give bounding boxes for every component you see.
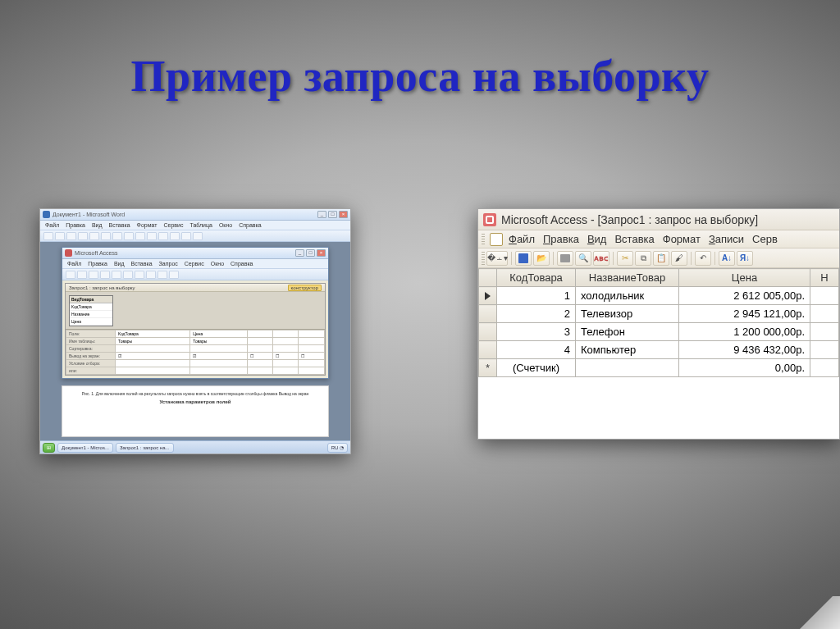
menu-item[interactable]: Сервис: [163, 222, 183, 228]
menu-item[interactable]: Запрос: [159, 261, 178, 267]
grid-cell[interactable]: Товары: [190, 338, 247, 345]
grid-cell[interactable]: [116, 345, 190, 353]
table-row[interactable]: 2 Телевизор 2 945 121,00р.: [479, 305, 839, 323]
menu-item[interactable]: Справка: [231, 261, 253, 267]
cell-extra[interactable]: [810, 287, 839, 305]
grid-cell[interactable]: [190, 367, 247, 375]
grid-cell[interactable]: [247, 345, 272, 353]
grid-cell[interactable]: [273, 338, 299, 345]
paste-button[interactable]: 📋: [653, 251, 669, 266]
grid-cell[interactable]: [273, 330, 299, 338]
cell-name[interactable]: Телевизор: [576, 305, 679, 323]
grid-cell[interactable]: ☑: [190, 353, 247, 360]
grid-cell[interactable]: ☐: [299, 353, 325, 360]
close-button[interactable]: ×: [339, 211, 348, 218]
toolbar-button[interactable]: [55, 232, 65, 240]
save-button[interactable]: [515, 251, 532, 266]
row-selector[interactable]: [479, 305, 497, 323]
column-header-price[interactable]: Цена: [679, 269, 810, 287]
toolbar-button[interactable]: [193, 232, 203, 240]
toolbar-button[interactable]: [146, 271, 156, 279]
grid-cell[interactable]: [299, 360, 325, 367]
cell-name[interactable]: Компьютер: [576, 341, 679, 359]
grid-cell[interactable]: [190, 345, 247, 353]
column-header-name[interactable]: НазваниеТовар: [576, 269, 679, 287]
row-selector[interactable]: [479, 341, 497, 359]
taskbar-item[interactable]: Запрос1 : запрос на...: [116, 443, 174, 453]
cell-extra[interactable]: [810, 341, 839, 359]
toolbar-button[interactable]: [78, 232, 88, 240]
sort-asc-button[interactable]: A↓: [719, 251, 735, 266]
table-row[interactable]: 4 Компьютер 9 436 432,00р.: [479, 341, 839, 359]
menu-edit[interactable]: Правка: [541, 233, 582, 245]
format-painter-button[interactable]: 🖌: [671, 251, 687, 266]
column-header-extra[interactable]: Н: [810, 269, 839, 287]
menu-item[interactable]: Вставка: [131, 261, 153, 267]
spellcheck-button[interactable]: ᴀʙᴄ: [593, 251, 609, 266]
cell-id[interactable]: 3: [497, 323, 576, 341]
grid-cell[interactable]: [299, 367, 325, 375]
grid-cell[interactable]: [273, 345, 299, 353]
grid-cell[interactable]: ☐: [273, 353, 299, 360]
table-row[interactable]: 1 холодильник 2 612 005,00р.: [479, 287, 839, 305]
cell-name[interactable]: [576, 359, 679, 377]
datasheet-table[interactable]: КодТовара НазваниеТовар Цена Н 1 холодил…: [478, 268, 839, 377]
cut-button[interactable]: ✂: [617, 251, 633, 266]
grid-cell[interactable]: [190, 360, 247, 367]
toolbar-button[interactable]: [158, 232, 168, 240]
cell-price[interactable]: 9 436 432,00р.: [679, 341, 810, 359]
table-new-row[interactable]: * (Счетчик) 0,00р.: [479, 359, 839, 377]
grid-cell[interactable]: [299, 345, 325, 353]
minimize-button[interactable]: _: [295, 249, 304, 257]
toolbar-button[interactable]: [170, 232, 180, 240]
maximize-button[interactable]: □: [328, 211, 337, 218]
view-button[interactable]: �⫠▾: [486, 251, 508, 266]
toolbar-button[interactable]: [135, 271, 144, 279]
toolbar-button[interactable]: [158, 271, 167, 279]
toolbar-button[interactable]: [77, 271, 87, 279]
toolbar-button[interactable]: [89, 271, 98, 279]
toolbar-button[interactable]: [112, 232, 122, 240]
menu-item[interactable]: Окно: [219, 222, 232, 228]
cell-extra[interactable]: [810, 305, 839, 323]
table-field[interactable]: Название: [70, 311, 112, 318]
menu-item[interactable]: Вид: [92, 222, 103, 228]
toolbar-button[interactable]: [66, 271, 75, 279]
table-row[interactable]: 3 Телефон 1 200 000,00р.: [479, 323, 839, 341]
minimize-button[interactable]: _: [317, 211, 326, 218]
grid-cell[interactable]: [247, 360, 272, 367]
toolbar-button[interactable]: [123, 271, 133, 279]
toolbar-button[interactable]: [147, 232, 157, 240]
close-button[interactable]: ×: [317, 249, 326, 257]
query-grid[interactable]: Поле: КодТовара Цена Имя таблицы: Товары…: [66, 330, 325, 375]
taskbar-item[interactable]: Документ1 - Micros...: [57, 443, 113, 453]
grid-cell[interactable]: [299, 338, 325, 345]
menu-item[interactable]: Правка: [88, 261, 107, 267]
table-field[interactable]: КодТовара: [70, 303, 112, 311]
print-button[interactable]: [557, 251, 573, 266]
toolbar-button[interactable]: [43, 232, 53, 240]
file-icon[interactable]: [490, 233, 503, 246]
row-selector[interactable]: [479, 287, 497, 305]
sort-desc-button[interactable]: Я↓: [737, 251, 753, 266]
cell-id[interactable]: 4: [497, 341, 576, 359]
copy-button[interactable]: ⧉: [635, 251, 651, 266]
menu-item[interactable]: Окно: [211, 261, 224, 267]
cell-extra[interactable]: [810, 359, 839, 377]
toolbar-button[interactable]: [169, 271, 179, 279]
menu-item[interactable]: Вид: [114, 261, 125, 267]
cell-id[interactable]: 1: [497, 287, 576, 305]
preview-button[interactable]: 🔍: [575, 251, 591, 266]
menu-item[interactable]: Правка: [66, 222, 85, 228]
maximize-button[interactable]: □: [306, 249, 315, 257]
cell-price[interactable]: 2 945 121,00р.: [679, 305, 810, 323]
menu-item[interactable]: Таблица: [189, 222, 212, 228]
cell-id[interactable]: 2: [497, 305, 576, 323]
row-selector[interactable]: [479, 323, 497, 341]
grid-cell[interactable]: Товары: [116, 338, 190, 345]
menu-item[interactable]: Сервис: [185, 261, 204, 267]
grid-cell[interactable]: [247, 330, 272, 338]
menu-records[interactable]: Записи: [706, 233, 746, 245]
grid-cell[interactable]: [247, 367, 272, 375]
menu-insert[interactable]: Вставка: [612, 233, 656, 245]
